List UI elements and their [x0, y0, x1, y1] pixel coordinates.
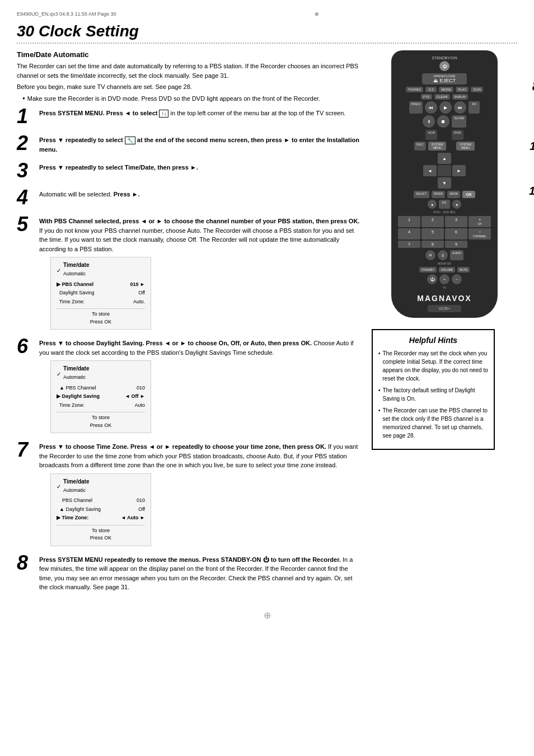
standby-label-btn[interactable]: STANDBY: [419, 267, 437, 273]
vol-label-btn[interactable]: VOLUME: [439, 267, 455, 273]
speed-btn[interactable]: SPEED: [432, 191, 446, 198]
dvd-btn[interactable]: DVD: [452, 130, 463, 140]
num0[interactable]: 0: [438, 250, 448, 260]
mode-btn[interactable]: MODE: [439, 87, 453, 92]
vol-plus[interactable]: +: [439, 274, 449, 284]
step-2: 2 Press ▼ repeatedly to select 🔧 at the …: [17, 133, 360, 154]
num3[interactable]: 3: [445, 216, 467, 227]
dpad-up[interactable]: ▲: [438, 153, 451, 164]
vcr-btn[interactable]: VCR: [425, 130, 437, 140]
menu3-checkmark: ✓: [57, 482, 61, 491]
step-7: 7 Press ▼ to choose Time Zone. Press ◄ o…: [17, 440, 360, 546]
ff-btn[interactable]: ⏭: [454, 101, 466, 114]
display-btn[interactable]: DISPLAY: [452, 94, 469, 100]
eject-btn[interactable]: OPEN/CLOSE ⏏ EJECT: [422, 73, 467, 84]
monitor-btn[interactable]: M: [425, 250, 435, 260]
file-info: E9490UD_EN.qx3 04.8.3 11:55 AM Page 30: [17, 11, 116, 17]
step2-text: Press ▼ repeatedly to select 🔧: [39, 137, 135, 143]
slow-btn[interactable]: SLOW: [452, 115, 466, 128]
eject-row: OPEN/CLOSE ⏏ EJECT: [397, 73, 492, 84]
side-label-17: 1-7: [529, 185, 534, 198]
dvd-rec-dot[interactable]: ●: [452, 200, 461, 209]
standby-round[interactable]: ⏻: [427, 274, 437, 284]
step3-text: Press ▼ repeatedly to select Time/Date, …: [39, 164, 198, 171]
num6[interactable]: 6: [445, 228, 467, 240]
tv-video-btn[interactable]: TV/VIDEO: [406, 87, 423, 92]
step-8: 8 Press SYSTEM MENU repeatedly to remove…: [17, 553, 360, 592]
header-center: ⊕: [315, 11, 319, 17]
remote-logo: VCR+: [428, 305, 461, 312]
menu1-subtitle: Automatic: [63, 270, 90, 278]
menu2-title: Time/date: [63, 364, 90, 373]
play-btn[interactable]: PLAY: [456, 87, 469, 92]
ch-minus[interactable]: −CHANNEL: [469, 228, 491, 240]
rew-btn[interactable]: ⏮: [425, 101, 437, 114]
step5-text: With PBS Channel selected, press ◄ or ► …: [39, 218, 359, 224]
ch-plus[interactable]: +CH: [469, 216, 491, 227]
vcr-row: VCR DVD: [397, 130, 492, 140]
num1[interactable]: 1: [398, 216, 420, 227]
pause-btn[interactable]: ⏸: [423, 115, 435, 128]
title-divider: [17, 43, 517, 44]
menu2-subtitle: Automatic: [63, 374, 90, 382]
pic-btn[interactable]: PIC: [439, 200, 450, 209]
bullet-text-1: Make sure the Recorder is in DVD mode. P…: [27, 94, 320, 104]
mute-btn[interactable]: MUTE: [457, 267, 470, 273]
crosshair-top: ⊕: [315, 11, 319, 17]
step-content-7: Press ▼ to choose Time Zone. Press ◄ or …: [39, 440, 360, 546]
dpad-right[interactable]: ►: [452, 165, 466, 176]
fts-btn[interactable]: FTS: [421, 94, 432, 100]
intro-text-2: Before you begin, make sure TV channels …: [17, 82, 360, 92]
hint-text-1: The Recorder may set the clock when you …: [383, 349, 488, 383]
system-menu-btn[interactable]: SYSTEMMENU: [428, 142, 447, 151]
play-round-btn[interactable]: ▶: [439, 101, 452, 114]
step5-text2: If you do not know your PBS channel numb…: [39, 227, 354, 252]
scan-btn[interactable]: SCAN: [471, 87, 483, 92]
menu-screenshot-2: ✓ Time/date Automatic ▲ PBS Channel010 ▶…: [50, 360, 151, 433]
step-6: 6 Press ▼ to choose Daylight Saving. Pre…: [17, 336, 360, 433]
remote-area: 8 1,8 1-7 STANDBY/ON ⏻ OPEN/CLOSE ⏏ EJEC…: [372, 50, 517, 318]
dec-btn[interactable]: DEC: [414, 142, 426, 151]
next-btn[interactable]: FF: [469, 101, 480, 114]
num5[interactable]: 5: [421, 228, 444, 240]
page: E9490UD_EN.qx3 04.8.3 11:55 AM Page 30 ⊕…: [0, 0, 534, 756]
step-number-4: 4: [17, 187, 34, 208]
audio-btn[interactable]: AUDIO: [450, 250, 463, 260]
menu2-checkmark: ✓: [57, 370, 61, 378]
step8-text: Press SYSTEM MENU repeatedly to remove t…: [39, 556, 341, 563]
hint-2: • The factory default setting of Dayligh…: [378, 386, 488, 403]
mode2-btn[interactable]: MODE: [447, 191, 460, 198]
hint-text-3: The Recorder can use the PBS channel to …: [383, 406, 488, 440]
menu-screenshot-3: ✓ Time/date Automatic PBS Channel010 ▲ D…: [50, 473, 151, 546]
num2[interactable]: 2: [421, 216, 444, 227]
prev-btn[interactable]: PREV: [409, 101, 423, 114]
top-btn-row: TV/VIDEO S.S MODE PLAY SCAN: [397, 87, 492, 92]
vcr-plus-row: ● PIC ●: [397, 200, 492, 209]
vol-minus[interactable]: −: [452, 274, 462, 284]
menu1-title: Time/date: [63, 261, 90, 269]
right-column: 8 1,8 1-7 STANDBY/ON ⏻ OPEN/CLOSE ⏏ EJEC…: [372, 50, 517, 599]
dpad-center[interactable]: [438, 165, 451, 176]
num4[interactable]: 4: [398, 228, 420, 240]
remote-control: STANDBY/ON ⏻ OPEN/CLOSE ⏏ EJECT TV/VIDEO: [391, 50, 498, 318]
vcr-rec-label-row: VCR+ DVD REC: [397, 210, 492, 214]
standby-vol-row: STANDBY VOLUME MUTE: [397, 267, 492, 273]
num8[interactable]: 8: [421, 241, 444, 248]
dpad-left[interactable]: ◄: [423, 165, 437, 176]
stop-btn[interactable]: ⏹: [437, 115, 449, 128]
standby-btn[interactable]: ⏻: [439, 61, 449, 71]
step-content-1: Press SYSTEM MENU. Press ◄ to select ↑↓ …: [39, 106, 360, 118]
numpad: 1 2 3 +CH 4 5 6 −CHANNEL 7 8 9: [398, 216, 491, 248]
num9[interactable]: 9: [445, 241, 467, 248]
ok-btn[interactable]: OK: [462, 191, 475, 198]
dpad-down[interactable]: ▼: [438, 177, 451, 189]
monitor-label: MONITOR: [438, 262, 451, 265]
system-menu-btn2[interactable]: SYSTEMMENU: [456, 142, 475, 151]
num7[interactable]: 7: [398, 241, 420, 248]
ss-btn[interactable]: S.S: [425, 87, 437, 92]
step-content-2: Press ▼ repeatedly to select 🔧 at the en…: [39, 133, 360, 154]
vcr-plus-dot[interactable]: ●: [428, 200, 437, 209]
clear-btn[interactable]: CLEAR: [434, 94, 450, 100]
select-btn[interactable]: SELECT: [414, 191, 429, 198]
monitor-row: M 0 AUDIO: [397, 250, 492, 260]
